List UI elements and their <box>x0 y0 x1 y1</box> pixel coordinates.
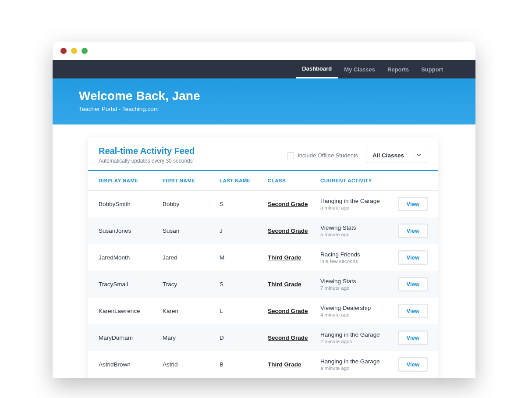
cell-first-name: Tracy <box>158 271 215 298</box>
activity-time: 7 minute ago <box>320 285 389 291</box>
cell-display-name: TracySmall <box>88 271 158 298</box>
view-button[interactable]: View <box>398 277 428 291</box>
activity-time: a minute ago <box>320 205 389 210</box>
activity-name: Hanging in the Garage <box>320 198 389 204</box>
class-link[interactable]: Second Grade <box>268 308 308 314</box>
class-link[interactable]: Second Grade <box>268 201 308 207</box>
cell-action: View <box>394 351 438 378</box>
activity-name: Viewing Stats <box>320 224 389 231</box>
view-button[interactable]: View <box>398 197 428 211</box>
activity-name: Racing Friends <box>320 251 389 258</box>
nav-support[interactable]: Support <box>415 60 449 78</box>
chevron-down-icon <box>416 152 422 159</box>
table-row: AstridBrownAstridBThird GradeHanging in … <box>88 351 438 378</box>
nav-reports[interactable]: Reports <box>381 60 415 78</box>
activity-time: 2 minute agos <box>320 339 389 344</box>
cell-activity: Viewing Stats7 minute ago <box>316 271 394 298</box>
cell-display-name: BobbySmith <box>88 191 158 218</box>
minimize-window-icon[interactable] <box>71 48 77 54</box>
table-row: BobbySmithBobbySSecond GradeHanging in t… <box>88 191 438 218</box>
view-button[interactable]: View <box>398 357 428 372</box>
cell-last-name: B <box>215 351 263 378</box>
class-link[interactable]: Second Grade <box>268 227 308 234</box>
cell-first-name: Karen <box>158 298 215 324</box>
activity-time: a minute ago <box>320 232 389 237</box>
cell-activity: Racing Friendsin a few seconds <box>316 244 394 271</box>
table-row: TracySmallTracySThird GradeViewing Stats… <box>88 271 438 298</box>
cell-activity: Hanging in the Garagea minute ago <box>316 351 394 378</box>
cell-activity: Hanging in the Garage2 minute agos <box>316 324 394 351</box>
activity-name: Hanging in the Garage <box>320 331 389 338</box>
table-row: KarenLawrenceKarenLSecond GradeViewing D… <box>88 298 438 324</box>
class-link[interactable]: Third Grade <box>268 361 301 368</box>
nav-dashboard[interactable]: Dashboard <box>296 60 338 78</box>
cell-class: Third Grade <box>263 271 316 298</box>
cell-class: Third Grade <box>263 351 316 378</box>
cell-class: Second Grade <box>263 324 316 351</box>
col-first-name[interactable]: FIRST NAME <box>158 171 215 191</box>
activity-table: DISPLAY NAME FIRST NAME LAST NAME CLASS … <box>88 171 438 378</box>
class-filter-select[interactable]: All Classes <box>366 148 427 163</box>
col-current-activity[interactable]: CURRENT ACTIVITY <box>316 171 394 191</box>
cell-last-name: J <box>215 217 263 244</box>
cell-activity: Hanging in the Garagea minute ago <box>316 191 394 218</box>
cell-last-name: M <box>215 244 263 271</box>
cell-action: View <box>394 191 438 218</box>
page-title: Welcome Back, Jane <box>79 89 449 103</box>
include-offline-checkbox[interactable]: Include Offline Students <box>287 152 358 159</box>
activity-feed-card: Real-time Activity Feed Automatically up… <box>88 137 438 378</box>
view-button[interactable]: View <box>398 250 428 265</box>
activity-name: Viewing Dealership <box>320 305 389 311</box>
activity-name: Viewing Stats <box>320 278 389 284</box>
col-action <box>394 171 438 191</box>
cell-display-name: AstridBrown <box>88 351 158 378</box>
cell-class: Third Grade <box>263 244 316 271</box>
cell-class: Second Grade <box>263 298 316 324</box>
cell-display-name: SusanJones <box>88 217 158 244</box>
cell-action: View <box>394 271 438 298</box>
cell-class: Second Grade <box>263 191 316 218</box>
col-last-name[interactable]: LAST NAME <box>215 171 263 191</box>
cell-last-name: S <box>215 191 263 218</box>
view-button[interactable]: View <box>398 304 428 318</box>
table-row: JaredMonthJaredMThird GradeRacing Friend… <box>88 244 438 271</box>
window-titlebar <box>53 42 475 60</box>
class-link[interactable]: Third Grade <box>268 254 301 261</box>
activity-time: a minute ago <box>320 366 389 371</box>
card-header: Real-time Activity Feed Automatically up… <box>88 137 438 171</box>
col-class[interactable]: CLASS <box>263 171 316 191</box>
cell-first-name: Susan <box>158 217 215 244</box>
page-subtitle: Teacher Portal - Teaching.com <box>79 106 449 112</box>
class-link[interactable]: Second Grade <box>268 334 308 341</box>
view-button[interactable]: View <box>398 224 428 238</box>
cell-first-name: Mary <box>158 324 215 351</box>
maximize-window-icon[interactable] <box>82 48 88 54</box>
view-button[interactable]: View <box>398 330 428 345</box>
checkbox-icon <box>287 152 294 159</box>
cell-class: Second Grade <box>263 217 316 244</box>
cell-last-name: L <box>215 298 263 324</box>
nav-my-classes[interactable]: My Classes <box>338 60 381 78</box>
cell-last-name: S <box>215 271 263 298</box>
class-filter-value: All Classes <box>372 152 404 159</box>
table-row: SusanJonesSusanJSecond GradeViewing Stat… <box>88 217 438 244</box>
header-controls: Include Offline Students All Classes <box>287 146 427 163</box>
cell-activity: Viewing Statsa minute ago <box>316 217 394 244</box>
close-window-icon[interactable] <box>60 48 67 54</box>
cell-display-name: JaredMonth <box>88 244 158 271</box>
cell-action: View <box>394 217 438 244</box>
cell-action: View <box>394 298 438 324</box>
class-link[interactable]: Third Grade <box>268 281 301 288</box>
card-subtitle: Automatically updates every 30 seconds <box>99 158 195 164</box>
cell-display-name: MaryDurham <box>88 324 158 351</box>
main-nav: Dashboard My Classes Reports Support <box>53 60 475 78</box>
col-display-name[interactable]: DISPLAY NAME <box>88 171 158 191</box>
cell-action: View <box>394 244 438 271</box>
card-title: Real-time Activity Feed <box>99 146 195 156</box>
cell-action: View <box>394 324 438 351</box>
cell-display-name: KarenLawrence <box>88 298 158 324</box>
include-offline-label: Include Offline Students <box>298 152 358 159</box>
cell-first-name: Astrid <box>158 351 215 378</box>
activity-time: in a few seconds <box>320 259 389 264</box>
content-area: Real-time Activity Feed Automatically up… <box>53 124 475 378</box>
